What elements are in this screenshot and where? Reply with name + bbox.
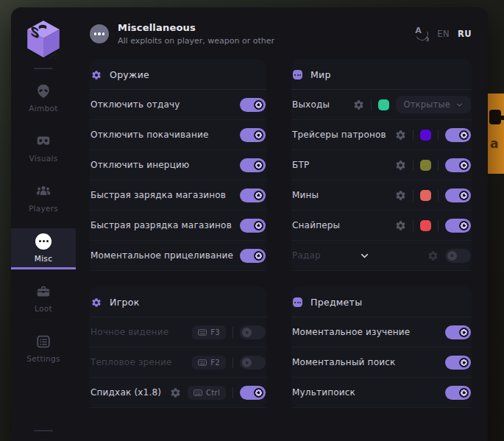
feature-row: БТР [291,150,472,180]
color-swatch[interactable] [420,130,431,141]
chevron-down-icon [455,101,464,109]
control-divider [413,130,414,141]
toggle-switch[interactable] [240,128,266,142]
color-swatch[interactable] [420,160,431,171]
main-panel: Miscellaneous All exploits on player, we… [76,7,488,441]
section-title: Оружие [110,69,149,80]
sidebar-item-loot[interactable]: Loot [11,278,76,320]
toggle-switch[interactable] [445,325,471,339]
toggle-switch[interactable] [445,219,471,233]
ellipsis-icon [35,233,52,250]
dots-square-icon [293,70,302,80]
section-title: Мир [310,69,331,80]
control-divider [438,160,439,171]
gear-icon [91,297,102,308]
control-divider [233,387,233,398]
sidebar-item-aimbot[interactable]: Aimbot [11,78,76,119]
toggle-switch[interactable] [445,128,471,142]
sidebar-item-visuals[interactable]: Visuals [11,128,76,169]
toggle-switch[interactable] [240,188,266,202]
app-window: S G Aimbot Visuals Players Misc [11,7,488,441]
keyboard-icon [194,389,202,396]
row-label: Моментальный поиск [292,357,395,367]
expand-chevron-icon[interactable] [359,250,370,261]
hotkey-badge[interactable]: F2 [192,356,226,370]
feature-row: Быстрая зарядка магазинов [90,180,266,211]
toggle-switch[interactable] [240,158,266,172]
feature-row: Спидхак (x1.8) Ctrl [90,378,266,408]
sidebar-item-misc[interactable]: Misc [11,228,76,269]
toggle-switch[interactable] [240,219,266,233]
briefcase-icon [35,283,52,300]
feature-row: Быстрая разрядка магазинов [90,211,266,241]
feature-row: Отключить инерцию [90,150,266,180]
feature-row: Ночное видение F3 [90,317,266,347]
color-swatch[interactable] [378,99,389,110]
sidebar: S G Aimbot Visuals Players Misc [11,7,76,441]
row-label: Спидхак (x1.8) [90,387,161,398]
toggle-switch[interactable] [445,158,471,172]
feature-row: Отключить отдачу [90,90,266,120]
control-divider [413,190,414,201]
feature-row: Снайперы [291,211,472,241]
right-column: Мир Выходы Открытые [291,59,472,408]
row-label: БТР [292,160,309,170]
app-logo: S G [25,19,62,59]
sign-glyph-shape [500,116,504,120]
row-label: Отключить покачивание [90,130,209,140]
toggle-switch[interactable] [445,386,471,400]
color-swatch[interactable] [420,190,431,201]
row-settings-gear-icon[interactable] [395,160,406,171]
row-settings-gear-icon[interactable] [353,99,364,110]
sidebar-item-label: Players [29,204,58,213]
translate-icon[interactable]: A з [415,27,429,41]
toggle-switch[interactable] [445,356,471,370]
feature-row: Моментальный поиск [291,347,472,378]
feature-row: Мультипоиск [291,378,472,408]
sidebar-item-label: Misc [35,254,52,263]
row-label: Трейсеры патронов [292,130,386,140]
control-divider [438,220,439,231]
row-label: Моментальное изучение [292,327,410,337]
row-label: Мины [292,190,319,200]
players-icon [35,183,52,200]
feature-row: Отключить покачивание [90,120,266,150]
section-items: Предметы Моментальное изучение Моменталь… [291,286,472,408]
sidebar-item-players[interactable]: Players [11,178,76,219]
section-title: Игрок [110,297,140,308]
row-label: Мультипоиск [292,387,355,398]
row-settings-gear-icon[interactable] [427,250,439,261]
section-weapon: Оружие Отключить отдачу Отключить покачи… [90,59,266,271]
toggle-switch[interactable] [240,356,266,370]
feature-row: Моментальное прицеливание [90,241,266,271]
lang-ru-button[interactable]: RU [458,29,472,39]
row-settings-gear-icon[interactable] [395,220,406,231]
sidebar-item-label: Settings [26,354,60,363]
misc-ellipsis-icon [90,24,109,43]
toggle-switch[interactable] [240,249,266,263]
vr-goggles-icon [35,133,52,149]
section-title: Предметы [310,297,362,308]
row-label: Быстрая зарядка магазинов [90,190,226,200]
color-swatch[interactable] [420,220,431,231]
sidebar-item-label: Loot [35,304,52,313]
row-settings-gear-icon[interactable] [395,190,406,201]
left-column: Оружие Отключить отдачу Отключить покачи… [90,59,266,408]
row-label: Отключить отдачу [90,99,180,110]
toggle-switch[interactable] [240,325,266,339]
sidebar-item-settings[interactable]: Settings [11,328,76,370]
lang-en-button[interactable]: EN [437,29,450,39]
toggle-switch[interactable] [445,249,471,263]
toggle-switch[interactable] [240,386,266,400]
exits-state-dropdown[interactable]: Открытые [396,96,471,113]
hotkey-badge[interactable]: F3 [192,325,226,339]
row-settings-gear-icon[interactable] [395,130,406,141]
content-columns: Оружие Отключить отдачу Отключить покачи… [90,59,472,408]
row-settings-gear-icon[interactable] [170,387,181,398]
control-divider [233,357,233,368]
control-divider [438,130,439,141]
toggle-switch[interactable] [445,188,471,202]
hotkey-badge[interactable]: Ctrl [188,386,226,400]
page-header: Miscellaneous All exploits on player, we… [90,7,472,59]
toggle-switch[interactable] [240,98,266,112]
